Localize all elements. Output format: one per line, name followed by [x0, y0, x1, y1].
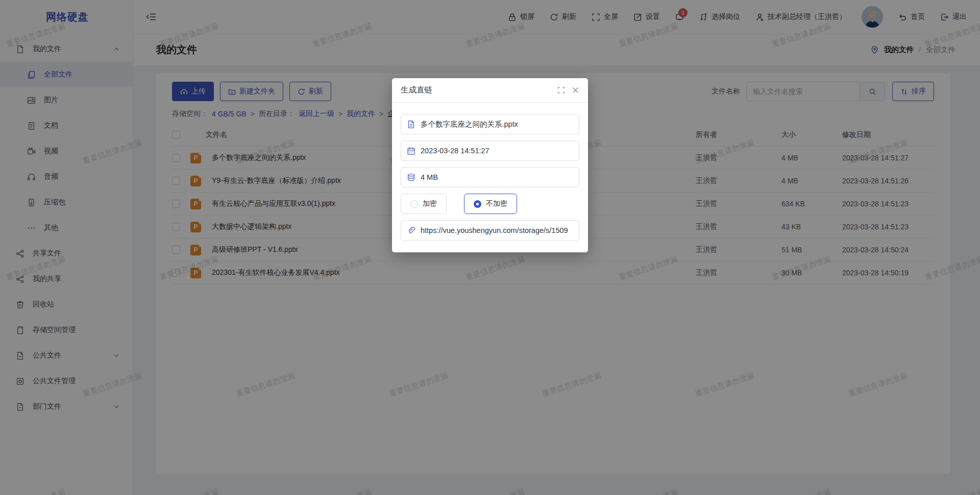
generate-link-dialog: 生成直链 多个数字底座之间的关系.pptx 2023-03-28 14:51:2…	[392, 78, 588, 252]
file-name-field: 多个数字底座之间的关系.pptx	[401, 114, 579, 134]
paperclip-icon	[407, 226, 415, 235]
radio-on-icon	[474, 200, 481, 208]
file-icon	[407, 120, 415, 129]
file-name-value: 多个数字底座之间的关系.pptx	[421, 120, 518, 129]
radio-off-icon	[410, 200, 418, 208]
app-root: 网络硬盘 我的文件 全部文件 图片	[0, 0, 980, 495]
file-size-value: 4 MB	[421, 173, 438, 181]
encrypt-radio[interactable]: 加密	[401, 194, 447, 214]
encrypt-radio-group: 加密 不加密	[401, 194, 579, 214]
file-date-value: 2023-03-28 14:51:27	[421, 147, 489, 155]
direct-link-value: https://vue.youshengyun.com/storage/s/15…	[421, 226, 568, 234]
direct-link-field[interactable]: https://vue.youshengyun.com/storage/s/15…	[401, 220, 579, 241]
file-size-field: 4 MB	[401, 167, 579, 187]
dialog-close-icon[interactable]	[572, 86, 579, 94]
dialog-title: 生成直链	[401, 85, 432, 96]
dialog-fullscreen-icon[interactable]	[557, 86, 565, 94]
dialog-body: 多个数字底座之间的关系.pptx 2023-03-28 14:51:27 4 M…	[392, 103, 588, 247]
file-date-field: 2023-03-28 14:51:27	[401, 140, 579, 161]
calendar-icon	[407, 147, 415, 155]
database-icon	[407, 173, 415, 182]
dialog-header: 生成直链	[392, 78, 588, 103]
no-encrypt-radio[interactable]: 不加密	[464, 194, 517, 214]
